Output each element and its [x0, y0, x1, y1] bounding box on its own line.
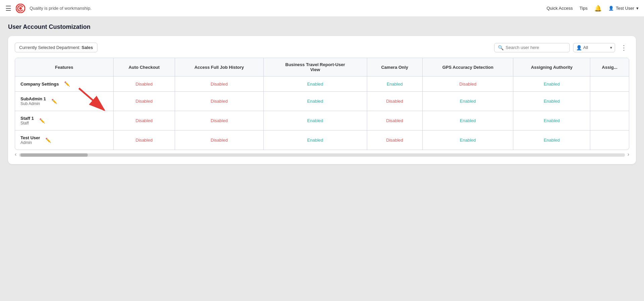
filter-wrap[interactable]: 👤 All Admin Sub Admin Staff ▾: [573, 43, 615, 52]
user-chevron-icon: ▾: [636, 6, 639, 11]
cell-auto_checkout: Disabled: [113, 77, 175, 92]
features-cell: SubAdmin 1 Sub Admin ✏️: [15, 92, 113, 111]
tagline: Quality is pride of workmanship.: [30, 6, 91, 11]
features-table: Features Auto Checkout Access Full Job H…: [15, 58, 629, 150]
department-badge: Currently Selected Department: Sales: [15, 43, 97, 52]
cell-camera_only: Disabled: [367, 131, 422, 150]
scroll-right-button[interactable]: ›: [628, 151, 629, 157]
cell-camera_only: Enabled: [367, 77, 422, 92]
cell-access_full_job_history: Disabled: [175, 111, 264, 131]
search-input[interactable]: [506, 45, 566, 50]
table-row: Staff 1 Staff ✏️ DisabledDisabledEnabled…: [15, 111, 629, 131]
col-assign-partial: Assig...: [590, 58, 629, 77]
col-access-full-job-history: Access Full Job History: [175, 58, 264, 77]
cell-gps_accuracy: Enabled: [423, 92, 513, 111]
cell-assigning_authority: Enabled: [513, 92, 590, 111]
table-row: SubAdmin 1 Sub Admin ✏️ DisabledDisabled…: [15, 92, 629, 111]
main-card: Currently Selected Department: Sales 🔍 👤…: [8, 36, 636, 164]
edit-icon[interactable]: ✏️: [51, 99, 57, 104]
cell-access_full_job_history: Disabled: [175, 92, 264, 111]
user-avatar-icon: 👤: [608, 6, 614, 11]
row-name: Staff 1: [20, 116, 34, 121]
user-name-label: Test User: [616, 6, 634, 11]
cell-assign-partial: [590, 131, 629, 150]
cell-auto_checkout: Disabled: [113, 111, 175, 131]
notification-bell-icon[interactable]: 🔔: [594, 5, 602, 12]
cell-assign-partial: [590, 77, 629, 92]
row-sub: Staff: [20, 121, 34, 126]
topnav: ☰ Quality is pride of workmanship. Quick…: [0, 0, 644, 17]
cell-business_travel: Enabled: [263, 92, 367, 111]
row-name: Test User: [20, 135, 40, 140]
tips-button[interactable]: Tips: [579, 6, 588, 11]
row-sub: Sub Admin: [20, 101, 46, 106]
cell-gps_accuracy: Enabled: [423, 111, 513, 131]
search-box[interactable]: 🔍: [494, 43, 570, 52]
edit-icon[interactable]: ✏️: [45, 138, 51, 143]
col-gps-accuracy: GPS Accuracy Detection: [423, 58, 513, 77]
table-row: Test User Admin ✏️ DisabledDisabledEnabl…: [15, 131, 629, 150]
cell-access_full_job_history: Disabled: [175, 131, 264, 150]
row-name: Company Settings: [20, 82, 59, 87]
cell-camera_only: Disabled: [367, 111, 422, 131]
cell-business_travel: Enabled: [263, 131, 367, 150]
svg-point-1: [19, 7, 22, 10]
chevron-down-icon: ▾: [610, 45, 612, 50]
cell-gps_accuracy: Disabled: [423, 77, 513, 92]
table-row: Company Settings ✏️ DisabledDisabledEnab…: [15, 77, 629, 92]
table-wrapper: Features Auto Checkout Access Full Job H…: [15, 58, 629, 150]
table-body: Company Settings ✏️ DisabledDisabledEnab…: [15, 77, 629, 150]
col-features: Features: [15, 58, 113, 77]
edit-icon[interactable]: ✏️: [64, 81, 70, 87]
cell-assigning_authority: Enabled: [513, 77, 590, 92]
page-content: User Account Customization Currently Sel…: [0, 17, 644, 171]
cell-camera_only: Disabled: [367, 92, 422, 111]
col-assigning-authority: Assigning Authority: [513, 58, 590, 77]
col-camera-only: Camera Only: [367, 58, 422, 77]
cell-assign-partial: [590, 92, 629, 111]
cell-assigning_authority: Enabled: [513, 131, 590, 150]
col-auto-checkout: Auto Checkout: [113, 58, 175, 77]
filter-select[interactable]: All Admin Sub Admin Staff: [583, 45, 609, 50]
cell-access_full_job_history: Disabled: [175, 77, 264, 92]
row-sub: Admin: [20, 140, 40, 145]
dept-value: Sales: [82, 45, 93, 50]
horizontal-scrollbar[interactable]: [19, 153, 625, 157]
more-options-button[interactable]: ⋮: [618, 43, 629, 52]
logo: [15, 3, 26, 13]
cell-business_travel: Enabled: [263, 111, 367, 131]
cell-gps_accuracy: Enabled: [423, 131, 513, 150]
edit-icon[interactable]: ✏️: [39, 118, 45, 123]
toolbar-right: 🔍 👤 All Admin Sub Admin Staff ▾ ⋮: [494, 43, 629, 52]
dept-label: Currently Selected Department:: [19, 45, 80, 50]
search-icon: 🔍: [498, 45, 504, 50]
toolbar: Currently Selected Department: Sales 🔍 👤…: [15, 43, 629, 52]
cell-assigning_authority: Enabled: [513, 111, 590, 131]
table-header-row: Features Auto Checkout Access Full Job H…: [15, 58, 629, 77]
features-cell: Staff 1 Staff ✏️: [15, 111, 113, 131]
user-filter-icon: 👤: [576, 45, 582, 50]
cell-auto_checkout: Disabled: [113, 92, 175, 111]
cell-auto_checkout: Disabled: [113, 131, 175, 150]
page-title: User Account Customization: [8, 23, 636, 31]
features-cell: Test User Admin ✏️: [15, 131, 113, 150]
col-business-travel: Business Travel Report-UserView: [263, 58, 367, 77]
scroll-left-button[interactable]: ‹: [15, 151, 16, 157]
user-menu[interactable]: 👤 Test User ▾: [608, 6, 639, 11]
row-name: SubAdmin 1: [20, 96, 46, 101]
cell-business_travel: Enabled: [263, 77, 367, 92]
topnav-right: Quick Access Tips 🔔 👤 Test User ▾: [547, 5, 639, 12]
quick-access-button[interactable]: Quick Access: [547, 6, 573, 11]
cell-assign-partial: [590, 111, 629, 131]
features-cell: Company Settings ✏️: [15, 77, 113, 92]
scrollbar-thumb: [20, 153, 88, 157]
topnav-left: ☰ Quality is pride of workmanship.: [5, 3, 547, 13]
menu-icon[interactable]: ☰: [5, 4, 11, 12]
